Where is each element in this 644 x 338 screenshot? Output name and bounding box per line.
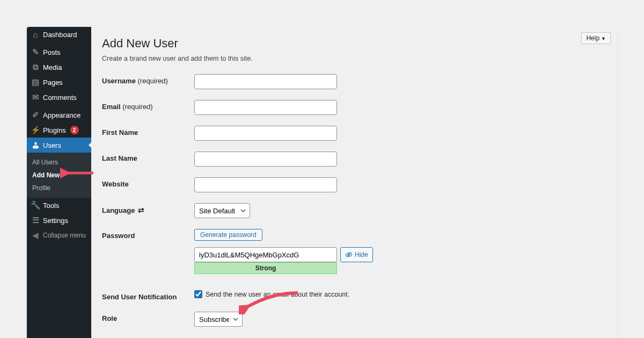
email-label: Email (required): [102, 100, 194, 111]
page-title: Add New User: [102, 32, 606, 52]
user-form: Username (required) Email (required) Fir…: [102, 69, 606, 332]
firstname-label: First Name: [102, 126, 194, 136]
sidebar-label: Comments: [43, 94, 77, 102]
update-badge: 2: [70, 126, 79, 134]
sidebar-item-media[interactable]: ⧉ Media: [27, 60, 91, 75]
tools-icon: 🔧: [31, 201, 40, 210]
main-content: Help▼ Add New User Create a brand new us…: [91, 27, 617, 338]
website-input[interactable]: [194, 177, 337, 192]
sidebar-label: Posts: [43, 48, 61, 56]
comments-icon: ✉: [31, 93, 40, 102]
sidebar-item-settings[interactable]: ☰ Settings: [27, 213, 91, 228]
sidebar-label: Appearance: [43, 111, 80, 119]
sidebar-label: Tools: [43, 202, 59, 210]
password-label: Password: [102, 229, 194, 240]
language-select[interactable]: Site Default: [194, 203, 250, 218]
submenu-all-users[interactable]: All Users: [27, 156, 91, 169]
collapse-label: Collapse menu: [43, 232, 86, 239]
sidebar-item-tools[interactable]: 🔧 Tools: [27, 198, 91, 213]
firstname-input[interactable]: [194, 126, 337, 141]
password-input[interactable]: [194, 247, 337, 262]
collapse-menu-button[interactable]: ◀ Collapse menu: [27, 228, 91, 243]
sidebar-label: Media: [43, 63, 62, 71]
submenu-profile[interactable]: Profile: [27, 182, 91, 195]
password-strength-meter: Strong: [194, 262, 337, 274]
sidebar-item-dashboard[interactable]: ⌂ Dashboard: [27, 27, 91, 42]
appearance-icon: ✐: [31, 111, 40, 119]
media-icon: ⧉: [31, 63, 40, 71]
sidebar-label: Settings: [43, 217, 68, 225]
eye-slash-icon: [345, 251, 353, 258]
admin-sidebar: ⌂ Dashboard ✎ Posts ⧉ Media ▤ Pages ✉ Co…: [27, 27, 91, 338]
sidebar-item-plugins[interactable]: ⚡ Plugins 2: [27, 123, 91, 138]
sidebar-item-pages[interactable]: ▤ Pages: [27, 75, 91, 90]
role-select[interactable]: Subscriber: [194, 312, 243, 327]
sidebar-label: Users: [43, 141, 61, 149]
chevron-down-icon: ▼: [601, 36, 606, 41]
notification-text: Send the new user an email about their a…: [206, 291, 349, 298]
users-submenu: All Users Add New Profile: [27, 153, 91, 198]
posts-icon: ✎: [31, 48, 40, 56]
help-tab[interactable]: Help▼: [581, 32, 611, 44]
plugins-icon: ⚡: [31, 126, 40, 134]
notification-label: Send User Notification: [102, 290, 194, 301]
translate-icon: ⇄: [136, 206, 144, 214]
username-label: Username (required): [102, 74, 194, 85]
send-notification-checkbox[interactable]: [194, 290, 202, 298]
users-icon: [31, 141, 40, 149]
username-input[interactable]: [194, 74, 337, 89]
submenu-add-new[interactable]: Add New: [27, 169, 91, 182]
generate-password-button[interactable]: Generate password: [194, 229, 262, 241]
dashboard-icon: ⌂: [31, 30, 40, 39]
sidebar-item-comments[interactable]: ✉ Comments: [27, 90, 91, 105]
language-label: Language ⇄: [102, 203, 194, 214]
collapse-icon: ◀: [31, 231, 40, 240]
settings-icon: ☰: [31, 216, 40, 225]
sidebar-item-posts[interactable]: ✎ Posts: [27, 45, 91, 60]
sidebar-item-users[interactable]: Users: [27, 138, 91, 153]
pages-icon: ▤: [31, 78, 40, 87]
sidebar-label: Dashboard: [43, 31, 77, 39]
page-subtitle: Create a brand new user and add them to …: [102, 55, 606, 62]
sidebar-label: Plugins: [43, 126, 66, 134]
role-label: Role: [102, 312, 194, 322]
sidebar-label: Pages: [43, 78, 63, 87]
help-label: Help: [586, 34, 599, 42]
email-input[interactable]: [194, 100, 337, 115]
website-label: Website: [102, 177, 194, 188]
sidebar-item-appearance[interactable]: ✐ Appearance: [27, 107, 91, 123]
hide-password-button[interactable]: Hide: [340, 247, 373, 262]
lastname-input[interactable]: [194, 152, 337, 167]
wordpress-admin-window: ⌂ Dashboard ✎ Posts ⧉ Media ▤ Pages ✉ Co…: [27, 27, 617, 338]
lastname-label: Last Name: [102, 152, 194, 162]
